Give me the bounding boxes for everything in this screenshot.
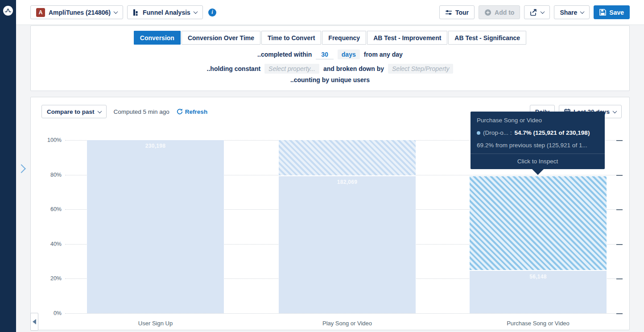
counting-by-row: ..counting by unique users	[31, 76, 629, 83]
breakdown-select[interactable]: Select Step/Property	[388, 64, 453, 74]
save-button[interactable]: Save	[594, 5, 630, 19]
computed-timestamp: Computed 5 min ago	[114, 108, 169, 115]
sliders-icon	[445, 9, 452, 16]
tooltip-from-previous: 69.2% from previous step (125,921 of 1..…	[477, 142, 599, 149]
previous-page-button[interactable]	[30, 313, 38, 331]
chevron-down-icon	[97, 109, 102, 113]
refresh-button[interactable]: Refresh	[177, 108, 207, 115]
compare-to-past-button[interactable]: Compare to past	[41, 105, 107, 118]
project-name: AmpliTunes (214806)	[49, 9, 111, 16]
counting-by-label[interactable]: ..counting by unique users	[290, 76, 370, 83]
compare-to-past-label: Compare to past	[47, 108, 95, 115]
top-header: A AmpliTunes (214806) Funnel Analysis i …	[16, 0, 644, 25]
plus-circle-icon	[484, 9, 491, 16]
tooltip-value: 54.7% (125,921 of 230,198)	[515, 129, 590, 136]
bar-value-label: 230,198	[87, 143, 224, 149]
x-axis-label-user-sign-up: User Sign Up	[87, 320, 224, 327]
chevron-down-icon	[541, 9, 545, 14]
amplitude-logo-icon[interactable]	[3, 6, 13, 16]
y-axis-tick-20%: 20%	[35, 275, 62, 282]
tooltip-value-line: (Drop-o... : 54.7% (125,921 of 230,198)	[477, 129, 599, 136]
save-label: Save	[609, 9, 624, 16]
info-icon[interactable]: i	[208, 8, 216, 17]
left-arrow-icon	[33, 319, 36, 324]
tab-time-to-convert[interactable]: Time to Convert	[261, 31, 321, 45]
refresh-label: Refresh	[185, 108, 207, 115]
export-icon	[530, 9, 537, 16]
query-builder-card: ConversionConversion Over TimeTime to Co…	[30, 25, 630, 91]
add-to-label: Add to	[495, 9, 514, 16]
chevron-down-icon	[193, 9, 198, 14]
from-any-day-label: from any day	[364, 51, 403, 58]
add-to-button[interactable]: Add to	[479, 5, 520, 19]
y-axis-tick-100%: 100%	[35, 137, 62, 143]
broken-down-by-label: and broken down by	[323, 65, 384, 72]
bar-value-label: 182,069	[279, 179, 416, 185]
series-dot-icon	[477, 131, 480, 135]
project-selector[interactable]: A AmpliTunes (214806)	[30, 5, 123, 19]
save-floppy-icon	[599, 9, 606, 16]
analysis-type-label: Funnel Analysis	[143, 9, 190, 16]
chevron-down-icon	[613, 109, 617, 113]
tooltip-click-to-inspect[interactable]: Click to Inspect	[471, 154, 605, 169]
tab-frequency[interactable]: Frequency	[322, 31, 366, 45]
conversion-bar-user-sign-up[interactable]: 230,198	[87, 140, 224, 313]
tooltip-series-label: (Drop-o... :	[483, 129, 512, 136]
chevron-down-icon	[114, 9, 118, 14]
analysis-type-selector[interactable]: Funnel Analysis	[127, 5, 203, 19]
chevron-down-icon	[580, 9, 585, 14]
tab-conversion[interactable]: Conversion	[134, 31, 181, 45]
dropoff-segment-purchase-song-or-video[interactable]	[470, 176, 607, 270]
tab-ab-test-significance[interactable]: AB Test - Significance	[448, 31, 526, 45]
app-sidebar	[0, 0, 16, 332]
tour-label: Tour	[455, 9, 469, 16]
conversion-bar-purchase-song-or-video[interactable]: 56,148	[470, 271, 607, 313]
x-axis-label-purchase-song-or-video: Purchase Song or Video	[470, 320, 607, 327]
tab-ab-test-improvement[interactable]: AB Test - Improvement	[367, 31, 447, 45]
funnel-chart-icon	[133, 9, 140, 16]
holding-constant-row: ..holding constant Select property... an…	[31, 64, 629, 74]
x-axis-label-play-song-or-video: Play Song or Video	[279, 320, 416, 327]
chart-tooltip: Purchase Song or Video (Drop-o... : 54.7…	[471, 112, 605, 169]
share-label: Share	[560, 9, 577, 16]
y-axis-tick-80%: 80%	[35, 172, 62, 178]
completed-within-input[interactable]: 30	[316, 50, 334, 59]
completed-unit-dropdown[interactable]: days	[338, 50, 360, 59]
export-button[interactable]	[524, 5, 550, 19]
tab-conversion-over-time[interactable]: Conversion Over Time	[182, 31, 260, 45]
tooltip-arrow	[532, 169, 544, 175]
pulse-wave-icon	[4, 7, 12, 14]
y-axis-tick-60%: 60%	[35, 206, 62, 212]
y-axis-tick-0%: 0%	[35, 310, 62, 316]
analysis-tabs: ConversionConversion Over TimeTime to Co…	[31, 31, 629, 45]
dropoff-segment-play-song-or-video[interactable]	[279, 140, 416, 175]
completed-within-label: ..completed within	[257, 51, 312, 58]
y-axis-tick-40%: 40%	[35, 241, 62, 247]
gridline-0%	[65, 313, 623, 314]
share-button[interactable]: Share	[554, 5, 590, 19]
holding-constant-select[interactable]: Select property...	[264, 64, 319, 74]
expand-panel-chevron-icon[interactable]	[17, 164, 26, 173]
tour-button[interactable]: Tour	[439, 5, 475, 19]
header-actions: Tour Add to Share Save	[439, 5, 630, 19]
refresh-icon	[177, 108, 183, 115]
project-avatar: A	[36, 8, 45, 17]
holding-constant-label: ..holding constant	[207, 65, 261, 72]
conversion-bar-play-song-or-video[interactable]: 182,069	[279, 176, 416, 313]
bar-value-label: 56,148	[470, 274, 607, 280]
completed-within-row: ..completed within 30 days from any day	[31, 50, 629, 59]
tooltip-title: Purchase Song or Video	[477, 117, 599, 124]
